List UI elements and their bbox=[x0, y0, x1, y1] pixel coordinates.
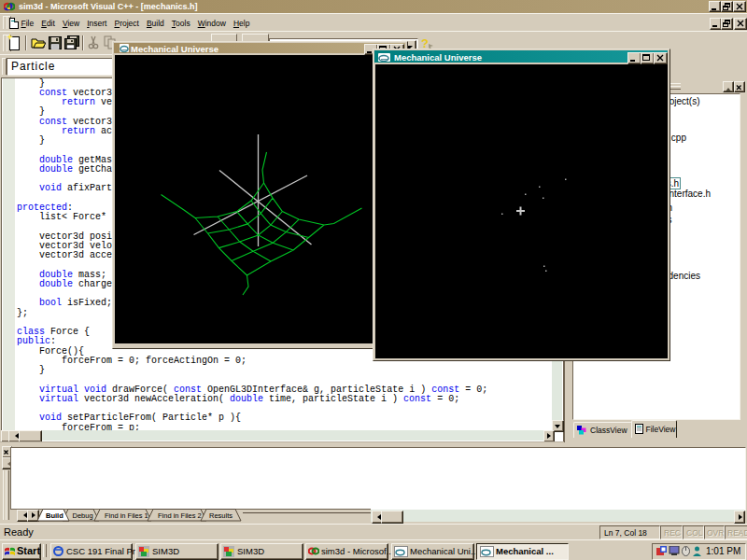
svg-text:Debug: Debug bbox=[73, 511, 93, 520]
svg-text:Find in Files 1: Find in Files 1 bbox=[105, 511, 148, 520]
svg-text:Find in Files 2: Find in Files 2 bbox=[158, 511, 202, 520]
svg-text:Build: Build bbox=[46, 511, 63, 520]
svg-text:Results: Results bbox=[209, 511, 233, 520]
